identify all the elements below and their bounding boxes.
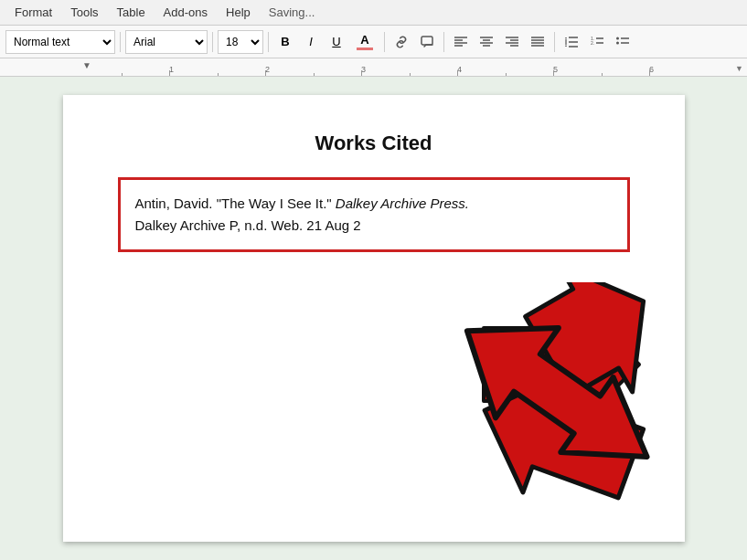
red-arrow-container bbox=[429, 282, 703, 523]
toolbar: Normal text Arial 18 B I U A bbox=[0, 26, 747, 58]
italic-button[interactable]: I bbox=[299, 30, 323, 54]
font-size-select[interactable]: 18 bbox=[218, 30, 263, 54]
toolbar-separator-5 bbox=[443, 32, 444, 52]
toolbar-separator-1 bbox=[120, 32, 121, 52]
menu-tools[interactable]: Tools bbox=[63, 3, 105, 22]
insert-comment-button[interactable] bbox=[415, 30, 439, 54]
link-icon bbox=[394, 35, 409, 49]
line-spacing-icon bbox=[564, 36, 579, 48]
comment-icon bbox=[420, 35, 434, 49]
ordered-list-icon: 1. 2. bbox=[590, 36, 604, 48]
toolbar-separator-3 bbox=[268, 32, 269, 52]
align-justify-icon bbox=[530, 36, 545, 48]
toolbar-separator-4 bbox=[384, 32, 385, 52]
underline-button[interactable]: U bbox=[325, 30, 348, 54]
svg-point-25 bbox=[616, 37, 619, 39]
menu-format[interactable]: Format bbox=[7, 3, 59, 22]
citation-line-2: Dalkey Archive P, n.d. Web. 21 Aug 2 bbox=[135, 215, 613, 237]
svg-text:2.: 2. bbox=[591, 40, 594, 46]
ruler-end-marker: ▼ bbox=[735, 64, 743, 73]
menu-table[interactable]: Table bbox=[110, 3, 153, 22]
ordered-list-button[interactable]: 1. 2. bbox=[585, 30, 609, 54]
svg-rect-0 bbox=[422, 37, 432, 45]
ruler-tab-marker: ▼ bbox=[82, 60, 91, 70]
svg-point-26 bbox=[616, 41, 619, 44]
menu-help[interactable]: Help bbox=[219, 3, 258, 22]
toolbar-separator-2 bbox=[212, 32, 213, 52]
align-justify-button[interactable] bbox=[526, 30, 550, 54]
insert-link-button[interactable] bbox=[390, 30, 413, 54]
paragraph-style-select[interactable]: Normal text bbox=[5, 30, 115, 54]
menu-bar: Format Tools Table Add-ons Help Saving..… bbox=[0, 0, 747, 26]
document-title: Works Cited bbox=[118, 132, 630, 155]
align-left-icon bbox=[454, 36, 468, 48]
red-arrow-icon bbox=[429, 282, 703, 520]
align-center-button[interactable] bbox=[475, 30, 498, 54]
ruler: ▼ 1 2 3 4 5 6 ▼ bbox=[0, 58, 747, 77]
saving-status: Saving... bbox=[269, 5, 315, 19]
line-spacing-button[interactable] bbox=[560, 30, 583, 54]
align-right-button[interactable] bbox=[500, 30, 524, 54]
citation-line1-italic: Dalkey Archive Press. bbox=[336, 195, 469, 211]
align-right-icon bbox=[505, 36, 519, 48]
document-area: Works Cited Antin, David. "The Way I See… bbox=[0, 77, 747, 560]
text-color-bar bbox=[357, 48, 373, 50]
citation-box: Antin, David. "The Way I See It." Dalkey… bbox=[118, 177, 630, 252]
text-color-label: A bbox=[360, 33, 368, 47]
text-color-button[interactable]: A bbox=[350, 30, 379, 54]
citation-line1-normal: Antin, David. "The Way I See It." bbox=[135, 195, 336, 211]
align-center-icon bbox=[479, 36, 494, 48]
document-page: Works Cited Antin, David. "The Way I See… bbox=[63, 95, 685, 542]
align-left-button[interactable] bbox=[449, 30, 473, 54]
menu-addons[interactable]: Add-ons bbox=[156, 3, 215, 22]
citation-line-1: Antin, David. "The Way I See It." Dalkey… bbox=[135, 193, 613, 215]
bullet-list-icon bbox=[615, 36, 630, 48]
font-family-select[interactable]: Arial bbox=[125, 30, 208, 54]
bullet-list-button[interactable] bbox=[611, 30, 635, 54]
toolbar-separator-6 bbox=[554, 32, 555, 52]
bold-button[interactable]: B bbox=[273, 30, 297, 54]
